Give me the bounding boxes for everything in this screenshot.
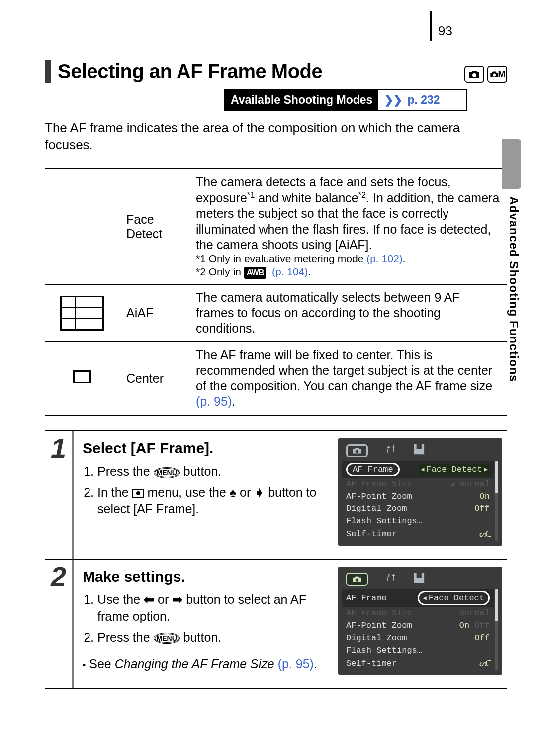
menu-button-icon: MENU <box>154 633 180 644</box>
lcd-field-label: Self-timer <box>346 659 397 668</box>
mode-m-label: M <box>498 70 506 79</box>
page-number-wrap: 93 <box>430 11 452 41</box>
lcd-field-value: On <box>480 492 490 501</box>
table-row: Center The AF frame will be fixed to cen… <box>45 342 507 415</box>
substep: Use the ⬅ or ➡ button to select an AF fr… <box>97 591 328 625</box>
available-shooting-modes-box: Available Shooting Modes ❯❯ p. 232 <box>224 89 467 111</box>
svg-point-1 <box>492 73 495 76</box>
camera-lcd-screenshot: ƒ† ▙▟ AF Frame ◀ Face Detect <box>338 567 502 675</box>
see-also-note: • See Changing the AF Frame Size (p. 95)… <box>83 656 328 672</box>
lcd-tab-tools-icon: ƒ† <box>386 444 396 457</box>
lcd-field-label: Digital Zoom <box>346 504 407 513</box>
lcd-tab-tools-icon: ƒ† <box>386 573 396 586</box>
lcd-field-value: ◀ Normal <box>450 479 490 489</box>
face-detect-icon <box>60 206 104 248</box>
camera-manual-icon: M <box>487 66 507 83</box>
self-timer-icon: ᔕᑕ <box>479 529 490 539</box>
lcd-row: Digital Zoom Off <box>342 503 494 515</box>
available-modes-label: Available Shooting Modes <box>225 90 378 110</box>
lcd-field-label: AF-Point Zoom <box>346 492 412 501</box>
lcd-field-value: Off <box>474 633 490 643</box>
lcd-field-label: Flash Settings… <box>346 516 422 526</box>
lcd-field-label: Digital Zoom <box>346 633 407 643</box>
camera-auto-icon <box>464 66 484 83</box>
step-number-col: 2 <box>45 560 74 688</box>
page-title: Selecting an AF Frame Mode <box>58 60 464 83</box>
af-mode-name: AiAF <box>119 284 189 342</box>
lcd-field-value: On Off <box>459 621 490 630</box>
heading-bar <box>45 60 51 83</box>
lcd-row-af-frame: AF Frame ◀ Face Detect ▶ <box>342 461 494 478</box>
lcd-field-label: AF Frame Size <box>346 479 412 489</box>
page-ref-link[interactable]: (p. 102) <box>366 253 402 264</box>
up-arrow-icon: ♠ <box>230 485 236 499</box>
step-item: 2 Make settings. Use the ⬅ or ➡ button t… <box>45 560 507 689</box>
chapter-tab <box>502 139 521 189</box>
heading-row: Selecting an AF Frame Mode M <box>45 60 507 83</box>
lcd-field-label: AF Frame <box>346 463 400 476</box>
af-mode-name: Face Detect <box>119 169 189 284</box>
left-triangle-icon: ◀ <box>423 594 427 602</box>
center-frame-icon <box>73 370 91 383</box>
lcd-field-label: Flash Settings… <box>346 646 422 655</box>
aiaf-grid-icon <box>60 296 104 331</box>
steps-list: 1 Select [AF Frame]. Press the MENU butt… <box>45 430 507 689</box>
left-triangle-icon: ◀ <box>421 466 424 473</box>
lcd-field-value: Normal <box>459 608 490 618</box>
substeps: Use the ⬅ or ➡ button to select an AF fr… <box>84 591 328 646</box>
af-mode-name: Center <box>119 342 189 415</box>
lcd-row: AF-Point Zoom On <box>342 490 494 503</box>
lcd-row: AF Frame Size Normal <box>342 607 494 619</box>
lcd-row: Self-timer ᔕᑕ <box>342 657 494 670</box>
lcd-tabs: ƒ† ▙▟ <box>342 442 498 461</box>
lcd-row: Digital Zoom Off <box>342 632 494 644</box>
step-title: Make settings. <box>83 567 328 587</box>
footnote-1: *1 Only in evaluative metering mode (p. … <box>196 252 500 265</box>
left-arrow-icon: ⬅ <box>144 592 154 606</box>
svg-point-3 <box>356 578 358 581</box>
lcd-scrollbar <box>495 461 498 541</box>
lcd-tab-camera-icon <box>346 573 368 586</box>
menu-button-icon: MENU <box>154 467 180 478</box>
lcd-row: Self-timer ᔕᑕ <box>342 527 494 541</box>
step-number-col: 1 <box>45 431 74 559</box>
footnote-2: *2 Only in AWB (p. 104). <box>196 265 500 278</box>
lcd-field-label: Self-timer <box>346 529 397 539</box>
lcd-field-label: AF Frame Size <box>346 608 412 618</box>
lcd-field-label: AF Frame <box>346 593 387 603</box>
chevron-right-icon: ❯❯ <box>378 94 407 107</box>
page-ref-link[interactable]: (p. 95) <box>278 657 314 671</box>
substep: Press the MENU button. <box>97 629 328 646</box>
lcd-tabs: ƒ† ▙▟ <box>342 571 498 589</box>
down-arrow-icon: ➧ <box>254 485 265 499</box>
record-menu-icon <box>132 489 144 498</box>
af-mode-description: The AF frame will be fixed to center. Th… <box>189 342 507 415</box>
substep: In the menu, use the ♠ or ➧ button to se… <box>97 484 328 518</box>
page-ref-link[interactable]: (p. 95) <box>196 394 232 408</box>
svg-point-0 <box>472 73 476 77</box>
available-modes-page-ref[interactable]: p. 232 <box>407 93 445 107</box>
lcd-scrollbar <box>495 589 498 670</box>
right-triangle-icon: ▶ <box>484 466 488 473</box>
substeps: Press the MENU button. In the menu, use … <box>84 463 328 517</box>
step-item: 1 Select [AF Frame]. Press the MENU butt… <box>45 431 507 560</box>
table-row: Face Detect The camera detects a face an… <box>45 169 507 284</box>
lcd-tab-person-icon: ▙▟ <box>414 573 424 586</box>
lcd-tab-camera-icon <box>346 444 368 457</box>
lcd-field-label: AF-Point Zoom <box>346 621 412 630</box>
step-title: Select [AF Frame]. <box>83 438 328 459</box>
step-number: 2 <box>51 563 66 590</box>
self-timer-icon: ᔕᑕ <box>479 658 490 669</box>
af-mode-description: The camera detects a face and sets the f… <box>189 169 507 284</box>
page-number: 93 <box>438 23 452 41</box>
lcd-row: Flash Settings… <box>342 515 494 527</box>
page-ref-link[interactable]: (p. 104) <box>272 266 308 277</box>
lcd-row-af-frame: AF Frame ◀ Face Detect <box>342 589 494 607</box>
awb-icon: AWB <box>244 267 266 279</box>
lcd-row: Flash Settings… <box>342 644 494 657</box>
intro-paragraph: The AF frame indicates the area of the c… <box>45 120 507 154</box>
substep: Press the MENU button. <box>97 463 328 480</box>
lcd-field-value-highlighted: ◀ Face Detect <box>418 591 490 605</box>
lcd-field-value: Off <box>474 504 490 513</box>
lcd-row: AF Frame Size ◀ Normal <box>342 478 494 490</box>
